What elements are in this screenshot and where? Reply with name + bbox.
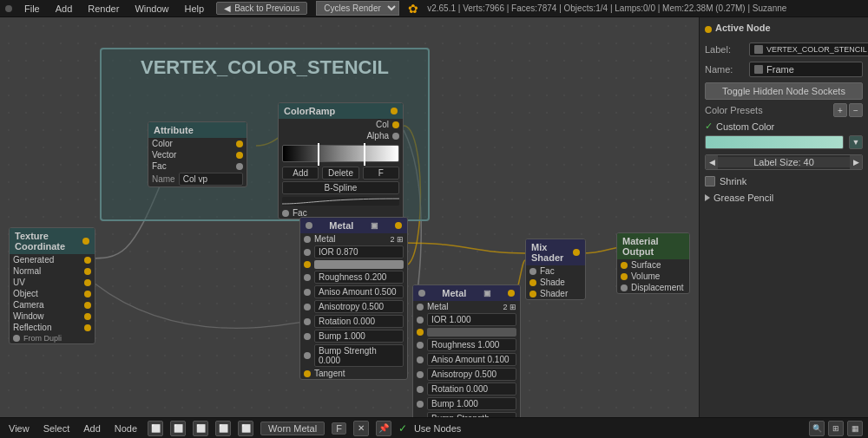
menu-add[interactable]: Add: [52, 3, 76, 14]
cr-f-button[interactable]: F: [363, 167, 399, 180]
zoom-icon[interactable]: 🔍: [809, 421, 825, 436]
m2-ior[interactable]: IOR 1.000: [427, 313, 516, 326]
mix-fac-socket: [529, 268, 536, 275]
metal1-shader-out: [395, 222, 402, 229]
cr-add-button[interactable]: Add: [282, 167, 319, 180]
color-ramp-stop2[interactable]: [364, 143, 365, 166]
m2-bump[interactable]: Bump 1.000: [427, 397, 516, 410]
viewport-icon-2[interactable]: ⬜: [170, 421, 186, 436]
mo-disp-row: Displacement: [617, 282, 689, 293]
mix-shade1-label: Shade: [540, 278, 565, 287]
metal2-node[interactable]: Metal ▣ Metal 2 ⊞ IOR 1.000 Roughness 1.…: [412, 284, 521, 417]
render-mode-select[interactable]: Cycles Render: [316, 1, 399, 16]
m1-ior[interactable]: IOR 0.870: [314, 245, 404, 258]
attr-vector-socket: [236, 152, 243, 159]
color-ramp-stop[interactable]: [318, 143, 319, 166]
m2-col-swatch[interactable]: [427, 328, 516, 337]
color-ramp-gradient[interactable]: [282, 145, 399, 162]
grease-pencil-header[interactable]: Grease Pencil: [705, 193, 863, 203]
attribute-title: Attribute: [154, 125, 194, 135]
m1-bumpstr[interactable]: Bump Strength 0.000: [314, 344, 404, 367]
label-size-left-btn[interactable]: ◀: [706, 155, 718, 169]
mo-disp-socket: [621, 284, 628, 291]
m1-rough[interactable]: Roughness 0.200: [314, 271, 404, 284]
m1-s3: [304, 274, 311, 281]
from-dupli-label: From Dupli: [23, 334, 62, 343]
m1-s2: [304, 249, 311, 256]
shrink-label: Shrink: [720, 176, 746, 186]
m2-val1: 2 ⊞: [503, 303, 516, 311]
metal1-title: Metal: [329, 220, 353, 231]
close-material-btn[interactable]: ✕: [353, 421, 369, 436]
material-name-label[interactable]: Worn Metal: [260, 422, 325, 435]
m1-val1: 2 ⊞: [390, 235, 404, 244]
menu-select[interactable]: Select: [40, 423, 74, 434]
layout-icon[interactable]: ▦: [847, 421, 863, 436]
color-ramp-header: ColorRamp: [279, 103, 403, 119]
color-bar[interactable]: [705, 135, 844, 149]
m1-aniso-amt[interactable]: Aniso Amount 0.500: [314, 285, 404, 298]
name-field[interactable]: Frame: [749, 62, 863, 77]
dupli-socket-in: [13, 335, 20, 342]
viewport-icon-4[interactable]: ⬜: [215, 421, 231, 436]
color-presets-remove-btn[interactable]: −: [849, 103, 863, 117]
node-editor[interactable]: VERTEX_COLOR_STENCIL Texture Coordinate …: [0, 17, 699, 417]
back-button-label: Back to Previous: [234, 3, 299, 13]
m1-col-swatch[interactable]: [314, 260, 404, 269]
m1-aniso[interactable]: Anisotropy 0.500: [314, 300, 404, 313]
menu-render[interactable]: Render: [84, 3, 122, 14]
menu-add[interactable]: Add: [80, 423, 104, 434]
material-output-node[interactable]: Material Output Surface Volume Displacem…: [616, 232, 690, 294]
attribute-node[interactable]: Attribute Color Vector Fac Name: [148, 121, 247, 187]
menu-view[interactable]: View: [5, 423, 33, 434]
cr-delete-button[interactable]: Delete: [322, 167, 358, 180]
m2-rough[interactable]: Roughness 1.000: [427, 338, 516, 351]
texture-coordinate-node[interactable]: Texture Coordinate Generated Normal UV O…: [9, 227, 95, 344]
m2-aniso-row: Anisotropy 0.500: [413, 367, 520, 382]
shrink-checkbox[interactable]: [705, 176, 715, 186]
window-socket: [84, 313, 91, 320]
cr-interp-label[interactable]: B-Spline: [282, 181, 399, 194]
menu-help[interactable]: Help: [181, 3, 208, 14]
mix-shader-node[interactable]: Mix Shader Fac Shade Shader: [525, 239, 586, 300]
viewport-icon-5[interactable]: ⬜: [238, 421, 253, 436]
m1-bump[interactable]: Bump 1.000: [314, 330, 404, 343]
metal1-node[interactable]: Metal ▣ Metal 2 ⊞ IOR 0.870 Roughness 0.…: [299, 217, 408, 380]
m2-s1: [417, 304, 424, 311]
top-menu-bar: File Add Render Window Help ◀ Back to Pr…: [0, 0, 868, 17]
label-size-right-btn[interactable]: ▶: [850, 155, 862, 169]
mo-disp-label: Displacement: [631, 283, 684, 292]
m2-aniso[interactable]: Anisotropy 0.500: [427, 368, 516, 381]
right-panel: Active Node Label: VERTEX_COLOR_STENCIL …: [699, 17, 868, 417]
menu-window[interactable]: Window: [131, 3, 172, 14]
pin-btn[interactable]: 📌: [376, 421, 391, 436]
m2-aniso-amt[interactable]: Aniso Amount 0.100: [427, 353, 516, 366]
m2-rot[interactable]: Rotation 0.000: [427, 382, 516, 396]
m1-rot[interactable]: Rotation 0.000: [314, 315, 404, 328]
custom-color-label: Custom Color: [716, 121, 774, 132]
label-field[interactable]: VERTEX_COLOR_STENCIL: [749, 42, 868, 56]
attr-name-input[interactable]: [179, 173, 243, 186]
mo-surface-label: Surface: [631, 260, 661, 270]
cr-alpha-label: Alpha: [366, 131, 389, 141]
color-presets-add-btn[interactable]: +: [833, 103, 847, 117]
color-dropper-btn[interactable]: ▼: [849, 135, 863, 149]
m1-s6: [304, 318, 311, 325]
toggle-sockets-button[interactable]: Toggle Hidden Node Sockets: [705, 82, 863, 100]
back-button[interactable]: ◀ Back to Previous: [216, 2, 307, 15]
viewport-icon-1[interactable]: ⬜: [148, 421, 163, 436]
mix-shade1-row: Shade: [526, 277, 585, 288]
menu-node[interactable]: Node: [111, 423, 141, 434]
grid-icon[interactable]: ⊞: [828, 421, 844, 436]
active-node-dot: [705, 26, 712, 33]
viewport-icon-3[interactable]: ⬜: [193, 421, 208, 436]
m1-s1: [304, 236, 311, 243]
material-output-title: Material Output: [622, 236, 684, 257]
f-badge[interactable]: F: [332, 422, 346, 435]
m2-s5: [417, 371, 424, 378]
menu-file[interactable]: File: [21, 3, 43, 14]
m2-bumpstr[interactable]: Bump Strength 0.000: [427, 412, 516, 417]
color-ramp-title: ColorRamp: [284, 106, 335, 116]
color-ramp-node[interactable]: ColorRamp Col Alpha Add Delete F: [278, 102, 404, 219]
generated-socket: [84, 257, 91, 264]
